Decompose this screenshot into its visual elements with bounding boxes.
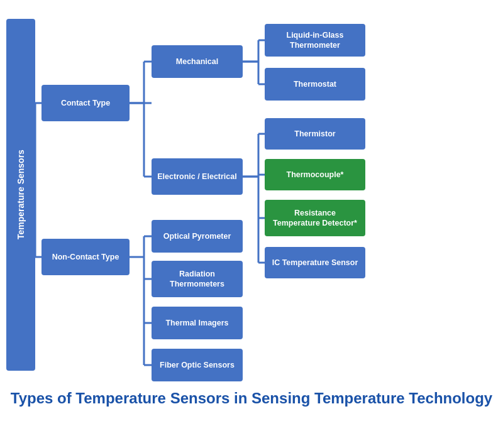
tree-container: Contact Type Non-Contact Type Mechanical…	[35, 13, 497, 377]
thermistor-node: Thermistor	[265, 118, 365, 150]
optical-node: Optical Pyrometer	[152, 220, 243, 253]
rtd-node: Resistance Temperature Detector*	[265, 200, 365, 236]
liquid-node: Liquid-in-Glass Thermometer	[265, 24, 365, 57]
electronic-node: Electronic / Electrical	[152, 158, 243, 195]
fiber-node: Fiber Optic Sensors	[152, 349, 243, 381]
diagram-area: Temperature Sensors Contact Type Non-Con…	[6, 13, 497, 377]
thermal-node: Thermal Imagers	[152, 307, 243, 339]
root-node: Temperature Sensors	[6, 19, 35, 371]
non-contact-type-node: Non-Contact Type	[41, 239, 130, 275]
contact-type-node: Contact Type	[41, 85, 130, 121]
thermocouple-node: Thermocouple*	[265, 159, 365, 190]
mechanical-node: Mechanical	[152, 45, 243, 78]
title-area: Types of Temperature Sensors in Sensing …	[11, 388, 492, 408]
nodes-layer: Contact Type Non-Contact Type Mechanical…	[35, 13, 497, 377]
page-title: Types of Temperature Sensors in Sensing …	[11, 388, 492, 408]
radiation-node: Radiation Thermometers	[152, 261, 243, 297]
ic-node: IC Temperature Sensor	[265, 247, 365, 278]
thermostat-node: Thermostat	[265, 68, 365, 101]
